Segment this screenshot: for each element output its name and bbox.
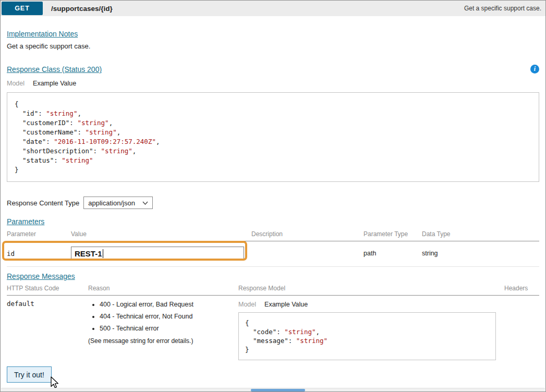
col-reason: Reason	[88, 284, 238, 296]
try-it-out-wrap: Try it out!	[7, 366, 52, 383]
rm-reason-cell: 400 - Logical error, Bad Request 404 - T…	[88, 296, 238, 361]
param-data-type: string	[422, 241, 539, 267]
parameter-row: id REST-1 path string	[7, 241, 539, 267]
chevron-down-icon	[142, 201, 148, 205]
implementation-notes-text: Get a specific support case.	[7, 42, 539, 50]
reason-item: 500 - Technical error	[100, 325, 235, 332]
param-type: path	[363, 241, 422, 267]
tab-example-value[interactable]: Example Value	[33, 80, 76, 87]
response-message-row: default 400 - Logical error, Bad Request…	[7, 296, 539, 361]
json-line: "shortDescription": "string",	[15, 146, 531, 156]
horizontal-scrollbar[interactable]	[1, 388, 545, 391]
scrollbar-thumb[interactable]	[251, 389, 305, 391]
parameters-table-wrap: Parameter Value Description Parameter Ty…	[7, 229, 539, 267]
param-id-input-value: REST-1	[75, 249, 102, 258]
response-messages-table: HTTP Status Code Reason Response Model H…	[7, 284, 539, 360]
col-parameter-type: Parameter Type	[363, 229, 422, 241]
col-http-status-code: HTTP Status Code	[7, 284, 88, 296]
operation-body: Implementation Notes Get a specific supp…	[1, 16, 545, 383]
response-model-tabs: Model Example Value	[238, 301, 501, 308]
error-example-json: { "code": "string", "message": "string" …	[238, 312, 496, 360]
json-close-brace: }	[245, 346, 249, 353]
json-line: "code": "string",	[245, 327, 489, 336]
json-close-brace: }	[15, 166, 19, 174]
parameters-table: Parameter Value Description Parameter Ty…	[7, 229, 539, 267]
response-content-type-select[interactable]: application/json	[83, 197, 153, 209]
implementation-notes-link[interactable]: Implementation Notes	[7, 30, 78, 38]
col-headers: Headers	[504, 284, 539, 296]
http-method-badge[interactable]: GET	[2, 2, 43, 15]
reason-note: (See message string for error details.)	[88, 337, 235, 345]
param-id-input[interactable]: REST-1	[71, 247, 244, 260]
response-class-row: Response Class (Status 200) i	[7, 65, 539, 74]
parameters-header-row: Parameter Value Description Parameter Ty…	[7, 229, 539, 241]
text-caret	[103, 249, 104, 258]
param-description	[251, 241, 363, 267]
response-messages-header-row: HTTP Status Code Reason Response Model H…	[7, 284, 539, 296]
json-open-brace: {	[245, 319, 249, 327]
json-line: "message": "string"	[245, 336, 489, 345]
response-class-tabs: Model Example Value	[7, 80, 539, 87]
json-line: "date": "2016-11-10T09:27:57.240Z",	[15, 137, 531, 146]
rm-status-code: default	[7, 296, 88, 361]
col-data-type: Data Type	[422, 229, 539, 241]
try-it-out-button[interactable]: Try it out!	[7, 366, 52, 383]
info-icon[interactable]: i	[530, 65, 539, 74]
response-class-link[interactable]: Response Class (Status 200)	[7, 65, 102, 74]
tab-example-value[interactable]: Example Value	[264, 301, 308, 308]
json-line: "customerID": "string",	[15, 118, 531, 128]
selected-content-type: application/json	[88, 199, 135, 207]
operation-path[interactable]: /supportcases/{id}	[51, 5, 113, 13]
rm-headers-cell	[504, 296, 539, 361]
json-open-brace: {	[15, 100, 19, 108]
response-example-json: { "id": "string", "customerID": "string"…	[7, 92, 539, 182]
parameters-link[interactable]: Parameters	[7, 217, 44, 226]
param-name: id	[7, 241, 71, 267]
json-line: "customerName": "string",	[15, 128, 531, 137]
col-response-model: Response Model	[238, 284, 504, 296]
operation-header[interactable]: GET /supportcases/{id} Get a specific su…	[1, 1, 545, 16]
operation-summary: Get a specific support case.	[464, 5, 545, 12]
col-parameter: Parameter	[7, 229, 71, 241]
json-line: "id": "string",	[15, 109, 531, 118]
tab-model[interactable]: Model	[238, 301, 256, 308]
swagger-operation-panel: GET /supportcases/{id} Get a specific su…	[0, 0, 546, 392]
response-content-type-row: Response Content Type application/json	[7, 197, 539, 209]
reason-list: 400 - Logical error, Bad Request 404 - T…	[88, 301, 235, 332]
response-messages-link[interactable]: Response Messages	[7, 272, 75, 280]
col-description: Description	[251, 229, 363, 241]
json-line: "status": "string"	[15, 156, 531, 165]
rm-response-model-cell: Model Example Value { "code": "string", …	[238, 296, 504, 361]
response-content-type-label: Response Content Type	[7, 199, 79, 207]
reason-item: 400 - Logical error, Bad Request	[100, 301, 235, 308]
reason-item: 404 - Technical error, Not Found	[100, 313, 235, 320]
tab-model[interactable]: Model	[7, 80, 25, 87]
col-value: Value	[71, 229, 251, 241]
